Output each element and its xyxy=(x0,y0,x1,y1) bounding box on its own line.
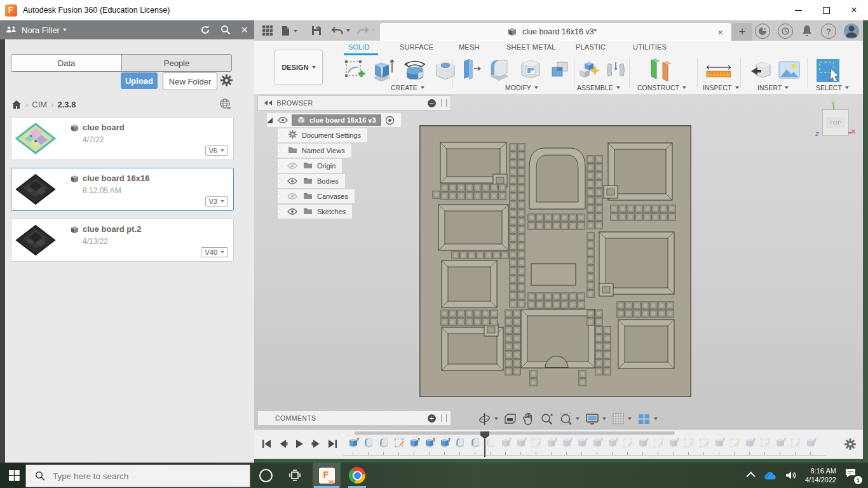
timeline-feature-sketch[interactable] xyxy=(530,437,543,449)
data-item-clue-board-16x16[interactable]: clue board 16x16 8:12:05 AM V3 xyxy=(11,168,234,211)
home-icon[interactable] xyxy=(11,100,22,109)
tab-utilities[interactable]: UTILITIES xyxy=(633,43,667,51)
visibility-eye-off-icon[interactable] xyxy=(287,191,297,202)
save-icon[interactable] xyxy=(311,25,322,36)
viewcube[interactable]: TOP xyxy=(822,109,849,136)
timeline-feature-extrude[interactable] xyxy=(560,437,573,449)
grid-display-icon[interactable] xyxy=(612,412,632,425)
tab-plastic[interactable]: PLASTIC xyxy=(576,43,606,51)
tab-data[interactable]: Data xyxy=(11,55,122,71)
upload-button[interactable]: Upload xyxy=(121,72,158,89)
add-comment-icon[interactable]: + xyxy=(428,414,436,423)
go-to-start-icon[interactable] xyxy=(262,439,271,449)
search-input[interactable] xyxy=(51,471,232,482)
timeline-feature-sketch[interactable] xyxy=(698,437,710,449)
timeline-feature-fillet[interactable] xyxy=(362,437,375,449)
timeline-feature-extrude[interactable] xyxy=(637,437,649,449)
new-folder-button[interactable]: New Folder xyxy=(163,72,217,90)
action-center-icon[interactable]: 1 xyxy=(844,468,861,483)
look-at-icon[interactable] xyxy=(504,413,517,424)
timeline-feature-extrude[interactable] xyxy=(804,437,817,449)
version-dropdown[interactable]: V40 xyxy=(201,247,228,257)
timeline-feature-extrude[interactable] xyxy=(438,437,451,449)
browser-node-document-settings[interactable]: Document Settings xyxy=(278,128,367,142)
close-button[interactable] xyxy=(840,1,868,20)
timeline-playhead[interactable] xyxy=(480,431,489,457)
group-inspect-label[interactable]: INSPECT xyxy=(703,84,739,92)
expand-triangle-icon[interactable] xyxy=(278,193,282,200)
create-sketch-icon[interactable] xyxy=(343,58,366,83)
combine-icon[interactable] xyxy=(548,57,574,83)
timeline-feature-extrude[interactable] xyxy=(576,437,588,449)
notifications-bell-icon[interactable] xyxy=(801,24,813,38)
taskbar-clock[interactable]: 8:16 AM 4/14/2022 xyxy=(805,466,836,484)
insert-mesh-icon[interactable] xyxy=(750,58,773,81)
maximize-button[interactable] xyxy=(812,1,840,20)
taskbar-search[interactable] xyxy=(25,464,250,487)
taskbar-fusion-360[interactable] xyxy=(313,463,341,488)
construction-plane-icon[interactable] xyxy=(644,57,677,84)
account-name[interactable]: Nora Filler xyxy=(22,25,60,35)
close-document-icon[interactable] xyxy=(717,27,723,37)
play-icon[interactable] xyxy=(295,439,304,449)
breadcrumb-project[interactable]: CIM xyxy=(32,100,47,109)
extrude-icon[interactable] xyxy=(371,57,397,84)
orbit-icon[interactable] xyxy=(478,412,498,426)
step-forward-icon[interactable] xyxy=(311,439,321,449)
timeline-feature-extrude[interactable] xyxy=(713,437,726,449)
visibility-eye-icon[interactable] xyxy=(287,206,297,217)
expand-triangle-icon[interactable] xyxy=(278,147,282,154)
comments-bar[interactable]: COMMENTS + xyxy=(257,410,451,426)
volume-icon[interactable] xyxy=(785,470,797,480)
display-settings-icon[interactable] xyxy=(585,413,606,425)
measure-icon[interactable] xyxy=(704,60,733,81)
tab-surface[interactable]: SURFACE xyxy=(400,43,433,51)
timeline-feature-fillet[interactable] xyxy=(469,437,482,449)
browser-panel-header[interactable]: BROWSER − xyxy=(257,95,451,111)
browser-node-canvases[interactable]: Canvases xyxy=(278,189,355,203)
group-insert-label[interactable]: INSERT xyxy=(757,84,789,92)
version-dropdown[interactable]: V3 xyxy=(205,196,228,207)
timeline-feature-sketch[interactable] xyxy=(759,437,771,449)
timeline-feature-extrude[interactable] xyxy=(743,437,756,449)
shared-globe-icon[interactable] xyxy=(219,98,232,111)
expand-triangle-icon[interactable] xyxy=(278,208,282,215)
file-menu-icon[interactable] xyxy=(281,25,297,36)
group-assemble-label[interactable]: ASSEMBLE xyxy=(577,84,620,92)
expand-triangle-icon[interactable] xyxy=(278,132,282,139)
data-item-clue-board-pt2[interactable]: clue board pt.2 4/13/22 V40 xyxy=(11,219,234,262)
search-icon[interactable] xyxy=(220,25,231,35)
activate-component-radio-icon[interactable] xyxy=(385,116,395,125)
visibility-eye-icon[interactable] xyxy=(287,175,297,187)
taskbar-chrome[interactable] xyxy=(343,463,371,488)
timeline-scrollbar[interactable] xyxy=(355,431,675,435)
timeline-feature-extrude[interactable] xyxy=(408,437,421,449)
visibility-eye-icon[interactable] xyxy=(278,117,288,123)
timeline-feature-sketch[interactable] xyxy=(393,437,405,449)
viewports-icon[interactable] xyxy=(637,413,658,425)
timeline-feature-extrude[interactable] xyxy=(606,437,619,449)
close-panel-icon[interactable] xyxy=(241,24,248,37)
timeline-feature-extrude[interactable] xyxy=(545,437,558,449)
viewcube-face-top[interactable]: TOP xyxy=(826,117,845,128)
timeline-feature-extrude[interactable] xyxy=(667,437,680,449)
hole-icon[interactable] xyxy=(433,58,458,83)
browser-node-bodies[interactable]: Bodies xyxy=(278,174,345,188)
expand-triangle-icon[interactable] xyxy=(267,118,273,123)
browser-node-named-views[interactable]: Named Views xyxy=(278,144,351,158)
tab-people[interactable]: People xyxy=(122,55,231,71)
onedrive-icon[interactable] xyxy=(763,471,777,480)
cortana-button[interactable] xyxy=(252,463,280,488)
pan-icon[interactable] xyxy=(522,412,534,425)
new-component-icon[interactable] xyxy=(577,58,600,81)
workspace-selector[interactable]: DESIGN xyxy=(275,50,323,85)
visibility-eye-off-icon[interactable] xyxy=(287,160,297,172)
timeline-feature-extrude[interactable] xyxy=(423,437,436,449)
press-pull-icon[interactable] xyxy=(460,57,482,83)
timeline-feature-sketch[interactable] xyxy=(682,437,695,449)
group-modify-label[interactable]: MODIFY xyxy=(505,84,538,92)
timeline-feature-sketch[interactable] xyxy=(728,437,741,449)
insert-canvas-icon[interactable] xyxy=(778,60,801,79)
tab-sheet-metal[interactable]: SHEET METAL xyxy=(506,43,556,51)
fit-icon[interactable] xyxy=(559,412,580,426)
